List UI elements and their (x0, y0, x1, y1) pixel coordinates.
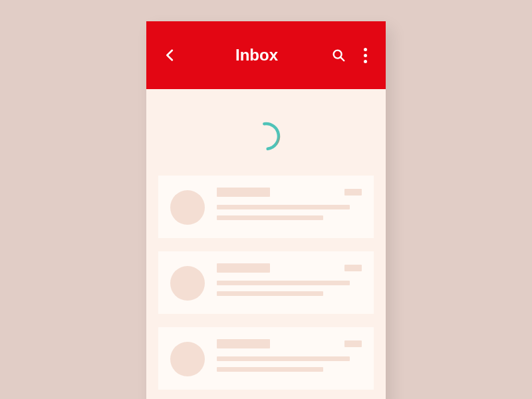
list-item-body (217, 263, 362, 296)
phone-frame: Inbox (146, 21, 386, 399)
list-item[interactable] (158, 176, 374, 238)
list-item-body (217, 339, 362, 372)
sender-placeholder (217, 263, 270, 273)
avatar (170, 266, 205, 301)
time-placeholder (344, 340, 362, 347)
preview-line-placeholder (217, 367, 323, 372)
more-button[interactable] (356, 47, 374, 64)
content-area (146, 89, 386, 390)
sender-placeholder (217, 339, 270, 348)
preview-line-placeholder (217, 291, 323, 296)
preview-line-placeholder (217, 205, 350, 209)
list-item-body (217, 188, 362, 220)
spinner-icon (249, 120, 283, 153)
svg-line-1 (340, 57, 344, 61)
search-icon (331, 48, 346, 63)
back-button[interactable] (161, 46, 180, 65)
search-button[interactable] (330, 47, 347, 64)
more-vertical-icon (364, 48, 367, 63)
avatar (170, 342, 205, 376)
list-item[interactable] (158, 251, 374, 314)
time-placeholder (344, 265, 362, 271)
list-item[interactable] (158, 327, 374, 390)
preview-line-placeholder (217, 356, 350, 361)
time-placeholder (344, 189, 362, 196)
pull-to-refresh-loader (158, 106, 374, 166)
page-title: Inbox (184, 46, 330, 65)
avatar (170, 190, 205, 225)
inbox-list (158, 176, 374, 390)
sender-placeholder (217, 188, 270, 197)
header-actions (330, 47, 374, 64)
preview-line-placeholder (217, 281, 350, 285)
app-header: Inbox (146, 21, 386, 89)
back-chevron-icon (163, 48, 178, 63)
preview-line-placeholder (217, 215, 323, 220)
